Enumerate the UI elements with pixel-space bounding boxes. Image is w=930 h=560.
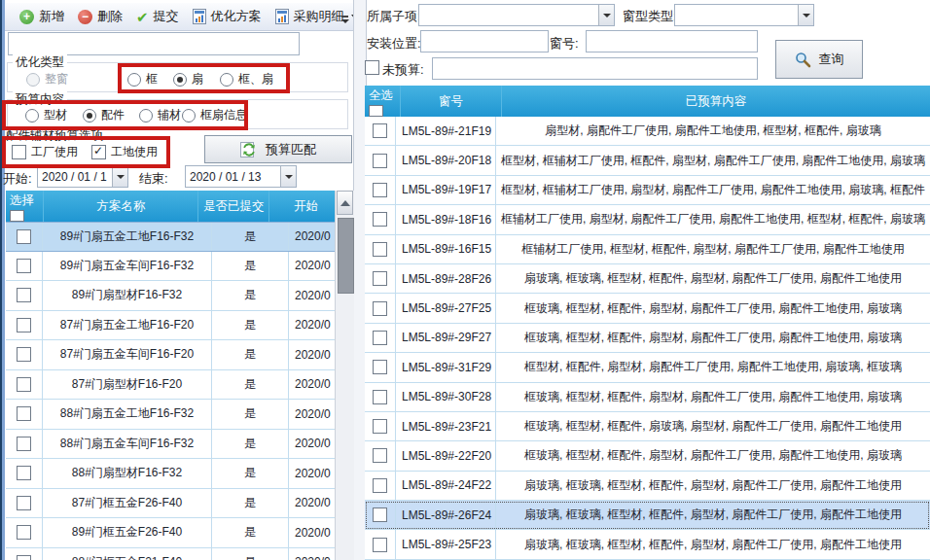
plan-row-checkbox[interactable] (17, 496, 31, 510)
plan-row-checkbox[interactable] (17, 347, 31, 362)
plan-table-row[interactable]: 88#门扇型材F16-F32是2020/0 (6, 459, 353, 489)
window-table-row[interactable]: LM5L-89#-21F19扇型材, 扇配件工厂使用, 扇配件工地使用, 框型材… (365, 117, 930, 146)
report-chart-icon (275, 9, 289, 24)
window-table-row[interactable]: LM5L-89#-27F25框玻璃, 框型材, 框配件, 扇型材, 扇配件工厂使… (365, 294, 930, 323)
window-table-row[interactable]: LM5L-89#-20F18框型材, 框辅材工厂使用, 框配件, 扇型材, 扇配… (365, 146, 930, 175)
scrollbar-thumb[interactable] (338, 218, 354, 294)
select-all-windows-checkbox[interactable] (369, 105, 383, 117)
window-row-checkbox[interactable] (373, 301, 387, 316)
plan-table-row[interactable]: 88#门扇五金工地F16-F32是2020/0 (6, 400, 353, 430)
window-table-row[interactable]: LM5L-89#-16F15框辅材工厂使用, 框型材, 框配件, 扇型材, 扇配… (365, 235, 930, 264)
start-date-picker[interactable]: 2020 / 01 / 1 (37, 165, 128, 188)
window-table-row[interactable]: LM5L-89#-23F21框玻璃, 框型材, 框配件, 扇玻璃, 扇型材, 扇… (365, 412, 930, 441)
scroll-up-button[interactable] (337, 191, 353, 215)
plan-table-row[interactable]: 89#门扇五金车间F16-F32是2020/0 (6, 252, 353, 282)
plan-table-row[interactable]: 88#门扇五金车间F16-F32是2020/0 (6, 430, 353, 460)
select-all-plans-checkbox[interactable] (10, 210, 24, 222)
window-row-checkbox[interactable] (373, 183, 387, 197)
window-row-checkbox[interactable] (373, 331, 387, 345)
plan-table-row[interactable]: 89#门框五金F26-F40是2020/0 (6, 518, 353, 548)
window-table-row[interactable]: LM5L-89#-26F24扇玻璃, 框玻璃, 框型材, 框配件, 扇型材, 扇… (365, 501, 930, 530)
query-button[interactable]: 查询 (775, 40, 863, 79)
end-date-picker[interactable]: 2020 / 01 / 13 (185, 165, 297, 188)
radio-frame-sash-info[interactable] (182, 109, 196, 122)
plan-row-checkbox[interactable] (17, 406, 31, 421)
col-select-all-label: 全选 (369, 88, 393, 104)
plan-table-row[interactable]: 87#门扇型材F16-F20是2020/0 (6, 370, 353, 401)
window-row-checkbox[interactable] (373, 419, 387, 434)
plan-row-checkbox[interactable] (17, 555, 31, 560)
plan-table-row[interactable]: 89#门扇型材F16-F32是2020/0 (6, 281, 353, 311)
plan-table-row[interactable]: 89#门扇五金工地F16-F32是2020/0 (6, 222, 353, 252)
col-submitted[interactable]: 是否已提交 (198, 191, 269, 222)
window-table-row[interactable]: LM5L-89#-29F27框玻璃, 框型材, 框配件, 扇型材, 扇配件工厂使… (365, 324, 930, 353)
window-row-checkbox[interactable] (373, 390, 387, 404)
window-table-row[interactable]: LM5L-89#-19F17框型材, 框辅材工厂使用, 扇型材, 扇配件工厂使用… (365, 176, 930, 205)
window-row-checkbox[interactable] (373, 478, 387, 493)
optimize-plan-button[interactable]: 优化方案 (186, 5, 268, 28)
window-row-checkbox[interactable] (373, 242, 387, 257)
col-plan-name[interactable]: 方案名称 (44, 191, 198, 222)
window-row-checkbox[interactable] (373, 212, 387, 227)
plan-row-checkbox[interactable] (17, 466, 31, 480)
plan-table-row[interactable]: 88#门框五金F21-F40是2020/0 (6, 548, 353, 560)
plan-row-checkbox[interactable] (17, 229, 31, 244)
plan-filter-input[interactable] (8, 32, 300, 55)
window-row-select-cell (365, 235, 396, 263)
window-row-checkbox[interactable] (373, 154, 387, 168)
no-budget-input[interactable] (432, 57, 758, 80)
plan-row-checkbox[interactable] (17, 525, 31, 540)
plan-row-checkbox[interactable] (17, 437, 31, 451)
calendar-dropdown-icon[interactable] (112, 166, 127, 187)
window-row-checkbox[interactable] (373, 448, 387, 463)
window-row-checkbox[interactable] (373, 360, 387, 374)
plan-table-row[interactable]: 87#门框五金F26-F40是2020/0 (6, 489, 353, 519)
window-row-checkbox[interactable] (373, 271, 387, 286)
window-table-row[interactable]: LM5L-89#-28F26扇玻璃, 框玻璃, 框型材, 框配件, 扇型材, 扇… (365, 264, 930, 294)
window-table-row[interactable]: LM5L-89#-30F28框玻璃, 框型材, 框配件, 扇型材, 扇配件工厂使… (365, 383, 930, 412)
radio-whole-window[interactable] (26, 73, 40, 87)
sub-item-combo[interactable] (418, 4, 615, 26)
no-budget-checkbox[interactable] (365, 60, 379, 75)
new-button[interactable]: + 新增 (13, 5, 71, 28)
plan-row-checkbox[interactable] (17, 318, 31, 332)
radio-auxiliary[interactable] (139, 109, 153, 122)
window-no-input[interactable] (586, 30, 758, 52)
window-no-cell: LM5L-89#-22F20 (396, 441, 496, 470)
factory-use-checkbox[interactable] (12, 145, 26, 159)
plan-row-select-cell (6, 430, 43, 459)
radio-accessory[interactable] (83, 109, 96, 122)
col-window-no[interactable]: 窗号 (401, 86, 502, 117)
chevron-down-icon[interactable] (798, 5, 813, 25)
budgeted-content-cell: 扇玻璃, 框玻璃, 框型材, 框配件, 扇型材, 扇配件工厂使用, 扇配件工地使… (496, 501, 930, 529)
plan-row-checkbox[interactable] (17, 288, 31, 302)
plan-table-row[interactable]: 87#门扇五金车间F16-F20是2020/0 (6, 340, 353, 370)
plan-table-scrollbar[interactable] (335, 191, 354, 560)
site-use-checkbox[interactable] (91, 145, 106, 159)
radio-frame-and-sash[interactable] (220, 73, 233, 87)
col-budgeted-content[interactable]: 已预算内容 (502, 86, 930, 117)
window-row-checkbox[interactable] (373, 538, 387, 552)
window-table-row[interactable]: LM5L-89#-31F29框型材, 框配件, 扇型材, 扇配件工厂使用, 扇配… (365, 353, 930, 382)
window-table-row[interactable]: LM5L-89#-18F16框辅材工厂使用, 扇型材, 扇配件工厂使用, 扇配件… (365, 205, 930, 234)
submit-button[interactable]: ✔ 提交 (129, 5, 186, 28)
window-type-combo[interactable] (674, 4, 814, 26)
window-row-checkbox[interactable] (373, 123, 387, 138)
radio-frame[interactable] (127, 73, 141, 87)
window-row-checkbox[interactable] (373, 508, 387, 522)
install-position-input[interactable] (420, 30, 549, 52)
window-table-row[interactable]: LM5L-89#-22F20框玻璃, 框型材, 框配件, 扇型材, 扇配件工厂使… (365, 441, 930, 471)
plan-row-select-cell (6, 340, 43, 369)
toolbar-overflow-button[interactable] (339, 11, 351, 28)
plan-table-row[interactable]: 87#门扇五金工地F16-F20是2020/0 (6, 311, 353, 341)
window-table-row[interactable]: LM5L-89#-24F22扇玻璃, 框玻璃, 框型材, 框配件, 扇型材, 扇… (365, 472, 930, 501)
chevron-down-icon[interactable] (598, 5, 614, 25)
radio-profile[interactable] (25, 109, 39, 122)
budget-match-button[interactable]: 预算匹配 (204, 135, 352, 163)
calendar-dropdown-icon[interactable] (280, 166, 296, 187)
window-table-row[interactable]: LM5L-89#-25F23扇玻璃, 框玻璃, 框型材, 框配件, 扇型材, 扇… (365, 530, 930, 559)
delete-button[interactable]: − 删除 (71, 5, 129, 28)
plan-row-checkbox[interactable] (17, 377, 31, 392)
radio-sash[interactable] (173, 73, 187, 87)
plan-row-checkbox[interactable] (17, 259, 31, 273)
